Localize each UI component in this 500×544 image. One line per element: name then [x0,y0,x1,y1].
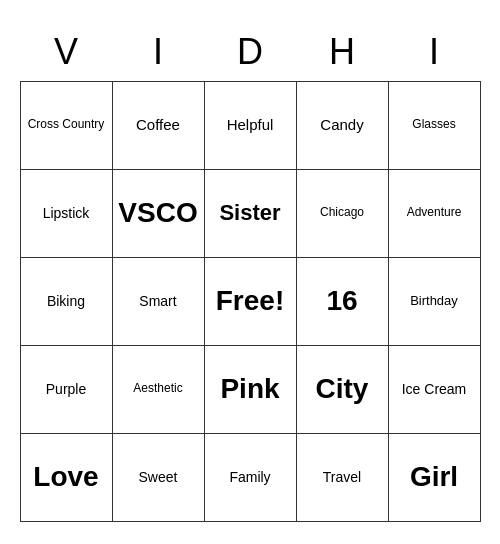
bingo-cell: Ice Cream [388,345,480,433]
cell-text: Sister [209,199,292,228]
cell-text: Adventure [393,205,476,221]
table-row: LoveSweetFamilyTravelGirl [20,433,480,521]
bingo-cell: Sweet [112,433,204,521]
cell-text: Pink [209,371,292,407]
bingo-cell: Pink [204,345,296,433]
cell-text: Smart [117,292,200,310]
bingo-cell: Cross Country [20,81,112,169]
cell-text: Free! [209,283,292,319]
cell-text: Cross Country [25,117,108,133]
cell-text: Purple [25,380,108,398]
bingo-cell: Lipstick [20,169,112,257]
bingo-cell: Chicago [296,169,388,257]
header-letter: I [112,23,204,82]
header-letter: V [20,23,112,82]
cell-text: Aesthetic [117,381,200,397]
header-letter: I [388,23,480,82]
table-row: PurpleAestheticPinkCityIce Cream [20,345,480,433]
bingo-cell: Girl [388,433,480,521]
cell-text: Biking [25,292,108,310]
bingo-cell: Purple [20,345,112,433]
bingo-cell: Travel [296,433,388,521]
bingo-cell: Candy [296,81,388,169]
bingo-cell: VSCO [112,169,204,257]
cell-text: Coffee [117,115,200,135]
header-row: VIDHI [20,23,480,82]
cell-text: Ice Cream [393,380,476,398]
cell-text: Helpful [209,115,292,135]
bingo-table: VIDHI Cross CountryCoffeeHelpfulCandyGla… [20,23,481,522]
bingo-cell: Sister [204,169,296,257]
cell-text: City [301,371,384,407]
bingo-cell: Aesthetic [112,345,204,433]
cell-text: Love [25,459,108,495]
bingo-cell: Helpful [204,81,296,169]
cell-text: Glasses [393,117,476,133]
header-letter: H [296,23,388,82]
bingo-cell: Smart [112,257,204,345]
bingo-cell: Coffee [112,81,204,169]
bingo-cell: Birthday [388,257,480,345]
cell-text: Girl [393,459,476,495]
cell-text: Lipstick [25,204,108,222]
cell-text: Birthday [393,293,476,310]
table-row: BikingSmartFree!16Birthday [20,257,480,345]
table-row: Cross CountryCoffeeHelpfulCandyGlasses [20,81,480,169]
bingo-cell: City [296,345,388,433]
table-row: LipstickVSCOSisterChicagoAdventure [20,169,480,257]
bingo-cell: 16 [296,257,388,345]
cell-text: Travel [301,468,384,486]
cell-text: 16 [301,283,384,319]
header-letter: D [204,23,296,82]
bingo-cell: Love [20,433,112,521]
bingo-card-container: VIDHI Cross CountryCoffeeHelpfulCandyGla… [20,23,481,522]
cell-text: Sweet [117,468,200,486]
cell-text: VSCO [117,195,200,231]
bingo-cell: Family [204,433,296,521]
cell-text: Family [209,468,292,486]
bingo-cell: Adventure [388,169,480,257]
bingo-cell: Glasses [388,81,480,169]
cell-text: Chicago [301,205,384,221]
bingo-cell: Free! [204,257,296,345]
cell-text: Candy [301,115,384,135]
bingo-cell: Biking [20,257,112,345]
